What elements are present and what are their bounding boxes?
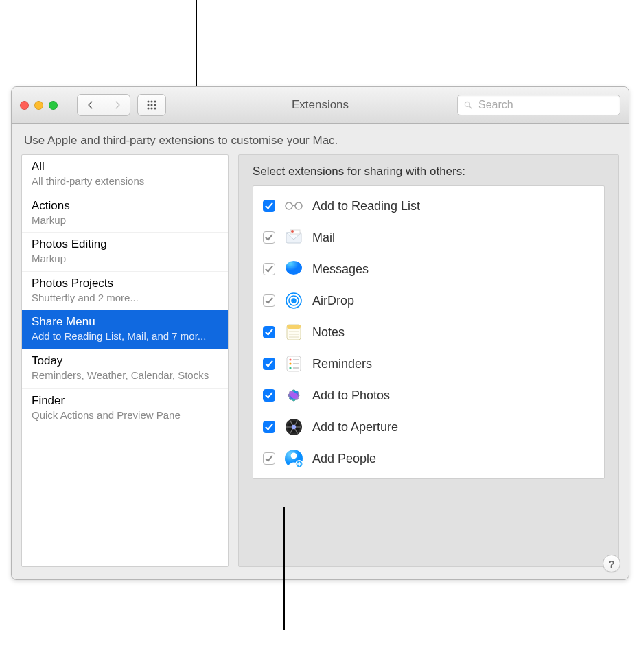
extension-row-reminders: Reminders — [253, 348, 604, 380]
titlebar: Extensions — [12, 87, 629, 124]
extension-row-messages: Messages — [253, 253, 604, 285]
search-input[interactable] — [477, 98, 617, 112]
chevron-right-icon — [113, 100, 122, 110]
columns: AllAll third-party extensionsActionsMark… — [12, 154, 629, 577]
svg-point-12 — [295, 202, 302, 209]
extension-list: Add to Reading ListMailMessagesAirDropNo… — [253, 185, 605, 479]
callout-line-top — [196, 0, 197, 86]
traffic-lights — [20, 101, 58, 110]
extension-checkbox[interactable] — [263, 231, 275, 244]
svg-point-5 — [154, 104, 156, 106]
people-icon — [283, 448, 304, 469]
sidebar-item-subtitle: Markup — [32, 213, 218, 227]
svg-line-10 — [469, 106, 472, 109]
svg-point-0 — [148, 101, 150, 103]
svg-point-11 — [286, 202, 292, 209]
sidebar-item-title: All — [32, 159, 218, 174]
sidebar-item-photos-editing[interactable]: Photos EditingMarkup — [22, 233, 228, 272]
svg-point-21 — [292, 299, 296, 303]
extension-checkbox[interactable] — [263, 294, 275, 307]
sidebar-item-subtitle: Reminders, Weather, Calendar, Stocks — [32, 369, 218, 382]
extension-label: Add to Aperture — [312, 420, 398, 435]
extension-label: AirDrop — [312, 294, 354, 308]
svg-point-4 — [151, 104, 153, 106]
help-button[interactable]: ? — [603, 555, 620, 572]
search-icon — [463, 100, 473, 110]
extension-label: Add People — [312, 452, 376, 466]
extension-label: Reminders — [312, 357, 372, 371]
sidebar-item-today[interactable]: TodayReminders, Weather, Calendar, Stock… — [22, 349, 228, 389]
main-panel: Select extensions for sharing with other… — [238, 154, 619, 567]
extension-row-notes: Notes — [253, 316, 604, 348]
extension-checkbox[interactable] — [263, 358, 275, 370]
sidebar-item-title: Actions — [32, 198, 218, 213]
svg-rect-23 — [287, 325, 301, 329]
extension-label: Add to Photos — [312, 389, 390, 403]
sidebar-item-title: Share Menu — [32, 314, 218, 329]
svg-point-32 — [289, 362, 291, 364]
extension-row-add-to-photos: Add to Photos — [253, 380, 604, 411]
extension-row-mail: Mail — [253, 222, 604, 253]
extension-checkbox[interactable] — [263, 389, 275, 402]
svg-point-1 — [151, 101, 153, 103]
forward-button[interactable] — [104, 95, 130, 115]
chevron-left-icon — [86, 100, 95, 110]
close-window-button[interactable] — [20, 101, 29, 110]
airdrop-icon — [283, 290, 304, 311]
extension-row-add-people: Add People — [253, 443, 604, 474]
sidebar: AllAll third-party extensionsActionsMark… — [21, 154, 229, 567]
description-text: Use Apple and third-party extensions to … — [12, 123, 629, 154]
zoom-window-button[interactable] — [49, 101, 58, 110]
sidebar-item-title: Today — [32, 354, 218, 369]
sidebar-item-subtitle: All third-party extensions — [32, 174, 218, 188]
sidebar-item-share-menu[interactable]: Share MenuAdd to Reading List, Mail, and… — [22, 310, 228, 349]
extension-checkbox[interactable] — [263, 421, 275, 433]
extension-checkbox[interactable] — [263, 326, 275, 338]
sidebar-item-actions[interactable]: ActionsMarkup — [22, 194, 228, 233]
svg-point-8 — [154, 108, 156, 110]
sidebar-item-title: Photos Projects — [32, 276, 218, 291]
reminders-icon — [283, 354, 304, 374]
sidebar-item-finder[interactable]: FinderQuick Actions and Preview Pane — [22, 389, 228, 428]
extension-checkbox[interactable] — [263, 452, 275, 465]
sidebar-item-subtitle: Add to Reading List, Mail, and 7 mor... — [32, 329, 218, 343]
svg-point-9 — [465, 102, 469, 106]
sidebar-item-all[interactable]: AllAll third-party extensions — [22, 155, 228, 194]
sidebar-item-title: Finder — [32, 393, 218, 408]
show-all-button[interactable] — [137, 94, 166, 116]
extension-checkbox[interactable] — [263, 263, 275, 275]
search-field[interactable] — [457, 95, 620, 115]
svg-point-50 — [292, 425, 296, 429]
grid-icon — [146, 100, 157, 111]
nav-segments — [77, 94, 166, 116]
photos-icon — [283, 385, 304, 406]
sidebar-item-subtitle: Quick Actions and Preview Pane — [32, 408, 218, 422]
sidebar-item-photos-projects[interactable]: Photos ProjectsShutterfly and 2 more... — [22, 272, 228, 311]
extension-label: Messages — [312, 262, 369, 277]
sidebar-item-title: Photos Editing — [32, 237, 218, 252]
extension-label: Notes — [312, 325, 345, 340]
extension-checkbox[interactable] — [263, 200, 275, 212]
svg-point-33 — [289, 367, 291, 369]
extension-row-airdrop: AirDrop — [253, 285, 604, 316]
sidebar-item-subtitle: Markup — [32, 252, 218, 266]
extension-label: Add to Reading List — [312, 199, 420, 213]
extension-label: Mail — [312, 231, 335, 245]
sidebar-item-subtitle: Shutterfly and 2 more... — [32, 291, 218, 305]
window-body: Use Apple and third-party extensions to … — [12, 123, 629, 579]
mail-icon — [283, 227, 304, 248]
notes-icon — [283, 322, 304, 343]
svg-point-3 — [148, 104, 150, 106]
minimize-window-button[interactable] — [34, 101, 43, 110]
svg-point-31 — [289, 358, 291, 360]
svg-point-52 — [291, 453, 297, 459]
svg-point-6 — [148, 108, 150, 110]
extension-row-add-to-reading-list: Add to Reading List — [253, 190, 604, 222]
extensions-window: Extensions Use Apple and third-party ext… — [11, 86, 629, 580]
back-button[interactable] — [78, 95, 104, 115]
aperture-icon — [283, 417, 304, 437]
callout-line-bottom — [283, 507, 285, 630]
messages-icon — [283, 259, 304, 279]
svg-point-2 — [154, 101, 156, 103]
svg-point-16 — [291, 230, 294, 233]
